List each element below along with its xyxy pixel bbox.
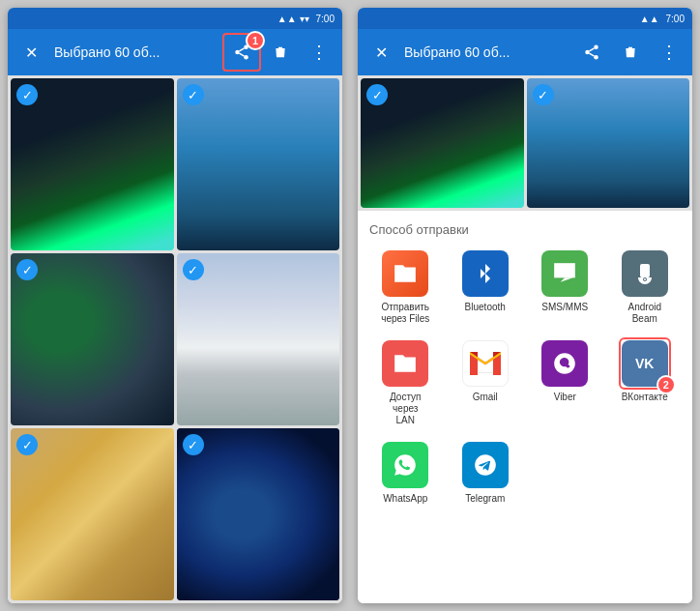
- right-check-2: ✓: [533, 84, 554, 105]
- check-2: ✓: [183, 84, 204, 105]
- right-time-display: 7:00: [666, 14, 685, 24]
- share-item-telegram[interactable]: Telegram: [456, 442, 514, 505]
- beam-label: Android Beam: [616, 302, 674, 325]
- share-row-3: WhatsApp Telegram: [365, 442, 685, 505]
- right-action-bar: ✕ Выбрано 60 об...: [358, 29, 692, 75]
- sms-label: SMS/MMS: [541, 302, 588, 313]
- whatsapp-icon: [382, 442, 428, 488]
- share-button[interactable]: 1: [226, 37, 257, 68]
- right-share-icon: [583, 44, 600, 61]
- bluetooth-label: Bluetooth: [465, 302, 506, 313]
- viber-icon: [541, 340, 588, 387]
- svg-line-9: [589, 48, 594, 51]
- share-sheet: Способ отправки Отправитьчерез Files: [358, 211, 692, 603]
- svg-point-5: [594, 45, 598, 50]
- grid-item-5[interactable]: ✓: [11, 428, 174, 600]
- svg-point-1: [235, 50, 240, 55]
- lan-label: Доступ черезLAN: [376, 392, 434, 426]
- share-item-gmail[interactable]: Gmail: [456, 340, 514, 426]
- time-display: 7:00: [316, 14, 335, 24]
- right-delete-button[interactable]: [615, 37, 646, 68]
- image-grid: ✓ ✓ ✓ ✓ ✓ ✓: [8, 75, 342, 603]
- right-check-1: ✓: [366, 84, 388, 105]
- right-status-bar: ▲▲ 7:00: [358, 8, 692, 29]
- svg-line-3: [239, 53, 244, 56]
- files-label: Отправитьчерез Files: [381, 302, 429, 325]
- right-close-button[interactable]: ✕: [365, 37, 396, 68]
- close-button[interactable]: ✕: [15, 37, 46, 68]
- share-sheet-title: Способ отправки: [365, 222, 685, 237]
- left-status-bar: ▲▲ ▾▾ 7:00: [8, 8, 342, 29]
- gmail-label: Gmail: [473, 392, 498, 403]
- share-item-vk[interactable]: VK 2 ВКонтакте: [616, 340, 674, 426]
- delete-button[interactable]: [265, 37, 296, 68]
- right-images-area: ✓ ✓: [358, 75, 692, 211]
- whatsapp-label: WhatsApp: [383, 493, 427, 505]
- telegram-icon: [462, 442, 509, 488]
- left-action-bar: ✕ Выбрано 60 об... 1: [8, 29, 342, 75]
- svg-point-12: [644, 278, 646, 280]
- check-3: ✓: [16, 259, 38, 280]
- grid-item-1[interactable]: ✓: [11, 78, 174, 250]
- share-item-lan[interactable]: Доступ черезLAN: [376, 340, 434, 426]
- right-img-2[interactable]: ✓: [527, 78, 690, 208]
- signal-icon: ▲▲: [277, 14, 297, 24]
- selected-count-title: Выбрано 60 об...: [54, 44, 219, 60]
- check-5: ✓: [16, 434, 38, 455]
- right-delete-icon: [623, 44, 638, 61]
- right-signal-icon: ▲▲: [640, 14, 659, 24]
- viber-label: Viber: [554, 392, 576, 403]
- right-img-1[interactable]: ✓: [361, 78, 524, 208]
- check-6: ✓: [183, 434, 204, 455]
- share-row-2: Доступ черезLAN: [365, 340, 685, 426]
- right-phone: ▲▲ 7:00 ✕ Выбрано 60 об...: [358, 8, 692, 603]
- lan-icon: [382, 340, 428, 387]
- more-options-button[interactable]: ⋮: [304, 37, 335, 68]
- telegram-label: Telegram: [465, 493, 505, 505]
- svg-line-4: [239, 48, 244, 51]
- left-status-icons: ▲▲ ▾▾ 7:00: [277, 14, 335, 24]
- right-share-button[interactable]: [576, 37, 607, 68]
- share-item-files[interactable]: Отправитьчерез Files: [376, 250, 434, 325]
- step-badge-1: 1: [246, 31, 265, 50]
- svg-point-7: [594, 55, 598, 60]
- share-row-1: Отправитьчерез Files Bluetooth: [365, 250, 685, 325]
- grid-item-3[interactable]: ✓: [11, 253, 174, 425]
- share-item-whatsapp[interactable]: WhatsApp: [376, 442, 434, 505]
- beam-icon: [622, 250, 668, 297]
- bluetooth-icon: [462, 250, 509, 297]
- right-selected-count-title: Выбрано 60 об...: [404, 44, 569, 60]
- check-1: ✓: [16, 84, 38, 105]
- share-item-viber[interactable]: Viber: [536, 340, 594, 426]
- gmail-icon: [462, 340, 509, 387]
- right-status-icons: ▲▲ 7:00: [640, 14, 685, 24]
- left-phone: ▲▲ ▾▾ 7:00 ✕ Выбрано 60 об...: [8, 8, 342, 603]
- svg-rect-10: [640, 264, 650, 277]
- delete-icon: [273, 44, 288, 61]
- grid-item-4[interactable]: ✓: [177, 253, 340, 425]
- files-icon: [382, 250, 428, 297]
- vk-icon: VK 2: [622, 340, 668, 387]
- right-more-options-button[interactable]: ⋮: [654, 37, 685, 68]
- svg-point-6: [585, 50, 590, 55]
- wifi-icon: ▾▾: [300, 14, 309, 24]
- grid-item-2[interactable]: ✓: [177, 78, 340, 250]
- share-item-beam[interactable]: Android Beam: [616, 250, 674, 325]
- svg-line-8: [589, 53, 594, 56]
- sms-icon: [541, 250, 588, 297]
- share-item-bluetooth[interactable]: Bluetooth: [456, 250, 514, 325]
- share-item-sms[interactable]: SMS/MMS: [536, 250, 594, 325]
- grid-item-6[interactable]: ✓: [177, 428, 340, 600]
- step-badge-2: 2: [656, 375, 676, 394]
- check-4: ✓: [183, 259, 204, 280]
- svg-point-2: [244, 55, 248, 60]
